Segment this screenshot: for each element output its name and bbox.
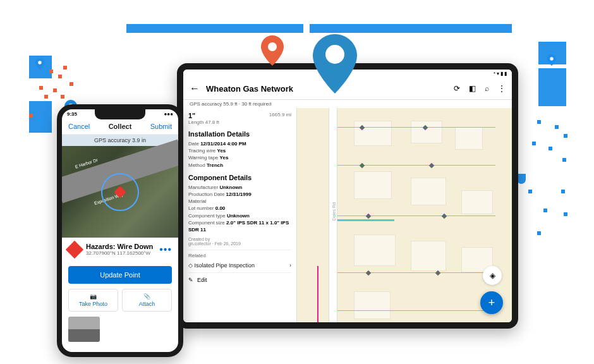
attach-icon: 📎 — [143, 293, 150, 300]
tablet-gps-banner: GPS accuracy 55.9 ft · 30 ft required — [183, 100, 512, 108]
pencil-icon: ✎ — [188, 277, 193, 283]
tablet-map[interactable]: Dales Rd — [297, 108, 512, 323]
bluetooth-icon: * — [494, 71, 495, 76]
hazard-icon — [66, 240, 83, 258]
status-time: 9:35 — [67, 111, 77, 117]
related-item[interactable]: ◇ Isolated Pipe Inspection › — [188, 258, 291, 272]
phone-device: 9:35 ●●● Cancel Collect Submit GPS accur… — [57, 104, 183, 357]
feature-distance: 1665.9 mi — [269, 112, 291, 125]
crosshair-icon: ◈ — [490, 271, 495, 280]
svg-point-3 — [268, 42, 277, 51]
feature-length: Length 47.8 ft — [188, 119, 219, 125]
screen-title: Collect — [109, 123, 132, 130]
back-arrow-icon[interactable]: ← — [190, 83, 200, 94]
camera-icon: 📷 — [90, 293, 97, 300]
chevron-right-icon: › — [289, 262, 291, 269]
svg-point-1 — [38, 61, 42, 64]
signal-icon: ●●● — [164, 111, 174, 117]
hazard-coords: 32.707900°N 117.162500°W — [86, 250, 154, 256]
phone-topbar: Cancel Collect Submit — [62, 119, 178, 135]
tablet-device: * ▾ ▮ ▮ ← Wheaton Gas Network ⟳ ◧ ⌕ ⋮ GP… — [177, 63, 518, 329]
wifi-icon: ▾ — [497, 71, 499, 76]
svg-point-2 — [550, 57, 554, 61]
update-point-button[interactable]: Update Point — [68, 266, 172, 284]
cancel-button[interactable]: Cancel — [68, 123, 90, 130]
edit-button[interactable]: ✎ Edit — [188, 272, 291, 283]
sync-icon[interactable]: ⟳ — [454, 84, 460, 93]
add-fab-button[interactable]: + — [480, 291, 503, 314]
hazard-title: Hazards: Wire Down — [86, 243, 154, 250]
created-by-label: Created by — [188, 237, 291, 241]
related-label: Related — [188, 253, 291, 258]
search-icon[interactable]: ⌕ — [485, 84, 489, 93]
locate-button[interactable]: ◈ — [483, 266, 502, 285]
phone-map[interactable]: E Harbor Dr Exposition Way — [62, 146, 178, 238]
phone-feature-card: Hazards: Wire Down 32.707900°N 117.16250… — [62, 238, 178, 261]
tablet-detail-panel: 1" Length 47.8 ft 1665.9 mi Installation… — [183, 108, 297, 323]
feature-size: 1" — [188, 112, 219, 119]
plus-icon: + — [488, 296, 495, 310]
road-label: Dales Rd — [332, 202, 336, 221]
submit-button[interactable]: Submit — [150, 123, 172, 130]
layers-icon[interactable]: ◧ — [469, 84, 476, 93]
photo-thumbnail[interactable] — [68, 317, 100, 342]
section-component-header: Component Details — [188, 174, 291, 181]
signal-icon: ▮ — [500, 71, 503, 76]
more-icon[interactable]: ••• — [159, 244, 172, 255]
section-install-header: Installation Details — [188, 130, 291, 138]
overflow-icon[interactable]: ⋮ — [498, 84, 506, 93]
attach-button[interactable]: 📎 Attach — [122, 289, 172, 312]
created-by-meta: gn.collector · Feb 26, 2019 — [188, 241, 291, 246]
take-photo-button[interactable]: 📷 Take Photo — [68, 289, 118, 312]
battery-icon: ▮ — [504, 71, 507, 76]
map-pin-orange-icon — [261, 35, 284, 66]
svg-point-4 — [325, 45, 344, 64]
map-pin-blue-icon — [313, 34, 357, 94]
